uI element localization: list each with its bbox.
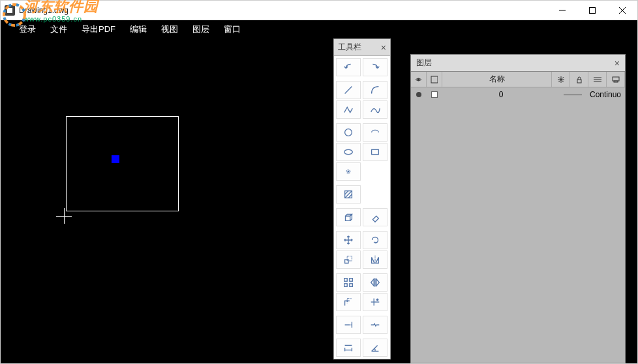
break-tool[interactable] [363,316,387,334]
trim-tool[interactable] [363,293,387,311]
maximize-button[interactable] [577,1,607,20]
rectangle-tool[interactable] [363,143,387,161]
drawing-rectangle[interactable] [66,116,179,211]
svg-line-13 [345,191,352,198]
spline-tool[interactable] [363,100,387,119]
svg-rect-16 [347,256,352,261]
col-freeze-icon[interactable] [552,72,570,87]
svg-rect-41 [577,80,581,83]
minimize-button[interactable] [547,1,577,20]
circle-tool[interactable] [336,123,361,142]
point-tool[interactable] [336,162,361,181]
layers-title: 图层 [416,57,432,68]
col-color[interactable] [427,72,442,87]
crosshair-cursor [56,208,72,224]
toolbox-title: 工具栏 [338,42,361,53]
extend-tool[interactable] [336,316,361,334]
layers-close-icon[interactable]: × [615,58,620,68]
toolbox-header[interactable]: 工具栏 × [334,39,390,56]
col-lock-icon[interactable] [570,72,588,87]
layer-row[interactable]: 0 Continuo [411,87,625,102]
offset-tool[interactable] [336,293,361,311]
svg-point-10 [348,171,349,172]
undo-button[interactable] [336,58,361,76]
hatch-tool[interactable] [336,185,361,204]
svg-line-14 [348,194,352,198]
mirror-tool[interactable] [363,250,387,269]
arc-tool[interactable] [363,81,387,99]
col-plot-icon[interactable] [607,72,625,87]
svg-rect-21 [350,284,353,287]
dim-angular-tool[interactable] [363,339,387,357]
line-tool[interactable] [336,81,361,99]
redo-button[interactable] [363,58,387,76]
dim-linear-tool[interactable] [336,339,361,357]
svg-rect-0 [7,8,12,13]
selection-grip[interactable] [112,155,119,163]
ellipse-tool[interactable] [336,143,361,161]
svg-rect-36 [431,76,438,83]
layer-visibility[interactable] [411,87,427,102]
titlebar: Drawing1.dwg [1,1,637,20]
svg-rect-45 [613,77,619,81]
workspace[interactable]: 工具栏 × [1,38,637,363]
menu-window[interactable]: 窗口 [219,22,246,37]
layers-list[interactable]: 0 Continuo [411,87,625,363]
window-controls [547,1,637,20]
svg-rect-18 [344,279,348,282]
move-tool[interactable] [336,231,361,249]
menu-view[interactable]: 视图 [156,22,183,37]
menubar: 登录 文件 导出PDF 编辑 视图 图层 窗口 [1,20,637,38]
svg-point-35 [418,78,419,80]
toolbox-panel: 工具栏 × [333,38,391,359]
window-title: Drawing1.dwg [19,6,547,15]
menu-login[interactable]: 登录 [14,22,41,37]
svg-rect-2 [590,7,596,13]
svg-point-6 [345,129,352,136]
box3d-tool[interactable] [336,208,361,226]
menu-edit[interactable]: 编辑 [125,22,152,37]
svg-point-7 [344,149,353,154]
layer-linetype [560,87,586,102]
svg-rect-20 [344,284,348,287]
col-name[interactable]: 名称 [442,72,552,87]
polyline-tool[interactable] [336,100,361,119]
layers-hscroll[interactable]: ‹ › [411,363,625,363]
scale-tool[interactable] [336,250,361,269]
layers-header[interactable]: 图层 × [411,55,625,72]
svg-rect-8 [372,149,379,154]
eraser-tool[interactable] [363,208,387,226]
layers-panel: 图层 × 名称 0 Continuo [410,54,626,363]
col-visibility-icon[interactable] [411,72,427,87]
app-icon [5,5,15,16]
ellipse-arc-tool[interactable] [363,123,387,142]
array-tool[interactable] [336,273,361,292]
menu-file[interactable]: 文件 [45,22,72,37]
svg-line-12 [345,191,348,194]
menu-export-pdf[interactable]: 导出PDF [76,22,121,37]
layer-name[interactable]: 0 [442,87,560,102]
rotate-tool[interactable] [363,231,387,249]
col-linetype-icon[interactable] [588,72,607,87]
flip-tool[interactable] [363,273,387,292]
layers-columns: 名称 [411,72,625,87]
layer-color[interactable] [427,87,442,102]
svg-rect-15 [345,260,348,263]
svg-rect-19 [350,279,353,282]
close-button[interactable] [607,1,637,20]
toolbox-close-icon[interactable]: × [381,42,386,53]
svg-rect-46 [614,81,618,82]
menu-layers[interactable]: 图层 [187,22,215,37]
tool-grid [334,56,390,359]
svg-point-25 [376,299,379,301]
layer-continuity: Continuo [586,87,625,102]
app-window: Drawing1.dwg 登录 文件 导出PDF 编辑 视图 图层 窗口 工具栏… [0,0,638,364]
svg-line-5 [345,87,352,94]
